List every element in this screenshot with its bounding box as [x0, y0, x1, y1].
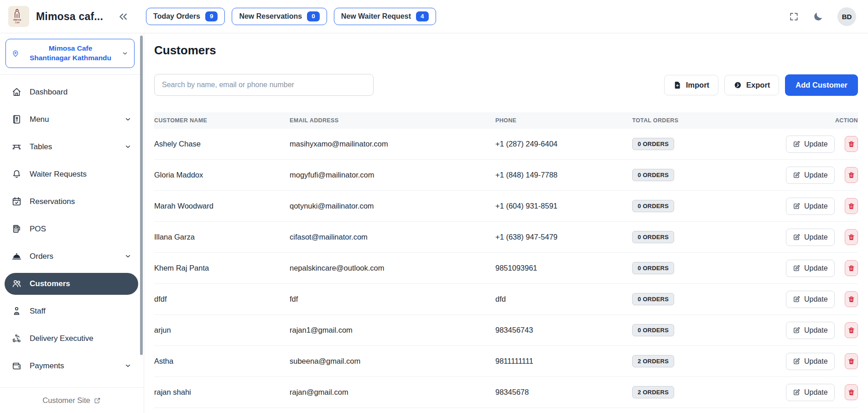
quick-button-new-waiter-request[interactable]: New Waiter Request 4: [334, 8, 436, 25]
update-button[interactable]: Update: [786, 291, 835, 308]
table-row: Astha subeena@gmail.com 9811111111 2 ORD…: [154, 346, 858, 377]
chevron-down-icon: [124, 362, 132, 370]
fullscreen-button[interactable]: [789, 11, 799, 22]
update-button[interactable]: Update: [786, 229, 835, 246]
cell-total-orders: 2 ORDERS: [632, 355, 786, 367]
chevron-down-icon: [124, 115, 132, 123]
count-badge: 4: [416, 11, 429, 21]
sidebar-item-reservations[interactable]: Reservations: [5, 191, 138, 213]
orders-badge: 2 ORDERS: [632, 355, 674, 367]
cell-phone: 983456743: [495, 326, 632, 335]
cell-customer-name: arjun: [154, 326, 290, 335]
sidebar-item-delivery-executive[interactable]: Delivery Executive: [5, 328, 138, 350]
customers-table: CUSTOMER NAME EMAIL ADDRESS PHONE TOTAL …: [154, 112, 858, 408]
quick-button-new-reservations[interactable]: New Reservations 0: [232, 8, 327, 25]
cell-customer-name: Marah Woodward: [154, 202, 290, 210]
sidebar-item-label: Payments: [30, 361, 116, 371]
export-button[interactable]: Export: [724, 75, 779, 95]
trash-icon: [847, 326, 855, 334]
cell-email: mogyfufi@mailinator.com: [290, 171, 495, 179]
cell-action: Update: [786, 167, 858, 184]
update-button[interactable]: Update: [786, 260, 835, 277]
update-button[interactable]: Update: [786, 136, 835, 153]
table-row: Gloria Maddox mogyfufi@mailinator.com +1…: [154, 160, 858, 191]
chevron-double-left-icon: [117, 10, 129, 23]
customer-site-link[interactable]: Customer Site: [42, 396, 101, 405]
trash-icon: [847, 357, 855, 365]
cell-email: qotynuki@mailinator.com: [290, 202, 495, 210]
trash-icon: [847, 295, 855, 303]
top-header: MIMOSA Cafe Mimosa caf... Today Orders 9…: [0, 0, 868, 33]
table-row: Illana Garza cifasot@mailinator.com +1 (…: [154, 222, 858, 253]
sidebar-collapse-button[interactable]: [117, 10, 129, 23]
download-circle-icon: [733, 81, 742, 89]
svg-text:Cafe: Cafe: [15, 21, 20, 24]
update-button-label: Update: [804, 326, 828, 335]
table-header: CUSTOMER NAME EMAIL ADDRESS PHONE TOTAL …: [154, 112, 858, 129]
sidebar-item-customers[interactable]: Customers: [5, 273, 138, 295]
update-button[interactable]: Update: [786, 322, 835, 339]
pencil-square-icon: [793, 326, 800, 334]
sidebar-item-payments[interactable]: Payments: [5, 355, 138, 377]
delete-button[interactable]: [845, 291, 858, 307]
add-customer-button[interactable]: Add Customer: [785, 74, 858, 96]
fullscreen-icon: [789, 11, 799, 22]
sidebar-scrollbar[interactable]: [140, 36, 143, 355]
dark-mode-toggle[interactable]: [813, 11, 824, 22]
person-icon: [11, 306, 22, 316]
cell-customer-name: Ashely Chase: [154, 140, 290, 148]
sidebar-item-dashboard[interactable]: Dashboard: [5, 81, 138, 103]
search-input[interactable]: [154, 74, 374, 96]
sidebar-item-label: Delivery Executive: [30, 334, 132, 343]
delete-button[interactable]: [845, 322, 858, 338]
orders-badge: 0 ORDERS: [632, 324, 674, 336]
users-icon: [11, 278, 22, 289]
app-logo: MIMOSA Cafe: [8, 6, 29, 27]
count-badge: 0: [307, 11, 320, 21]
orders-badge: 0 ORDERS: [632, 262, 674, 274]
pencil-square-icon: [793, 357, 800, 365]
chevron-down-icon: [124, 252, 132, 260]
sidebar-item-orders[interactable]: Orders: [5, 246, 138, 267]
delete-button[interactable]: [845, 353, 858, 369]
update-button[interactable]: Update: [786, 353, 835, 370]
delete-button[interactable]: [845, 260, 858, 276]
import-button[interactable]: Import: [664, 75, 718, 95]
quick-button-label: New Waiter Request: [341, 12, 411, 21]
update-button-label: Update: [804, 202, 828, 210]
sidebar-item-menu[interactable]: Menu: [5, 109, 138, 131]
sidebar-item-pos[interactable]: POS: [5, 218, 138, 240]
update-button[interactable]: Update: [786, 167, 835, 184]
column-phone: PHONE: [495, 117, 632, 124]
update-button[interactable]: Update: [786, 198, 835, 215]
delete-button[interactable]: [845, 167, 858, 183]
delete-button[interactable]: [845, 229, 858, 245]
delete-button[interactable]: [845, 384, 858, 400]
toolbar: Import Export Add Customer: [664, 74, 858, 96]
sidebar-item-staff[interactable]: Staff: [5, 300, 138, 322]
cell-total-orders: 0 ORDERS: [632, 262, 786, 274]
sidebar-item-label: Tables: [30, 142, 116, 152]
cell-phone: 9851093961: [495, 264, 632, 272]
delete-button[interactable]: [845, 136, 858, 152]
pencil-square-icon: [793, 295, 800, 303]
pencil-square-icon: [793, 171, 800, 179]
quick-button-today-orders[interactable]: Today Orders 9: [146, 8, 225, 25]
sidebar-item-waiter-requests[interactable]: Waiter Requests: [5, 163, 138, 185]
table-row: Khem Raj Panta nepalskincare@outlook.com…: [154, 253, 858, 284]
delete-button[interactable]: [845, 198, 858, 214]
cell-customer-name: Astha: [154, 357, 290, 366]
trash-icon: [847, 388, 855, 396]
cell-phone: 9811111111: [495, 357, 632, 366]
sidebar-item-tables[interactable]: Tables: [5, 136, 138, 158]
user-avatar[interactable]: BD: [837, 7, 856, 26]
update-button[interactable]: Update: [786, 384, 835, 401]
cell-phone: +1 (848) 149-7788: [495, 171, 632, 179]
sidebar-item-label: Customers: [30, 279, 132, 288]
app-title: Mimosa caf...: [36, 10, 103, 23]
cell-phone: +1 (604) 931-8591: [495, 202, 632, 210]
cell-action: Update: [786, 291, 858, 308]
cell-total-orders: 0 ORDERS: [632, 200, 786, 212]
branch-selector[interactable]: Mimosa Cafe Shantinagar Kathmandu: [5, 39, 135, 68]
table-body: Ashely Chase masihyxamo@mailinator.com +…: [154, 129, 858, 408]
